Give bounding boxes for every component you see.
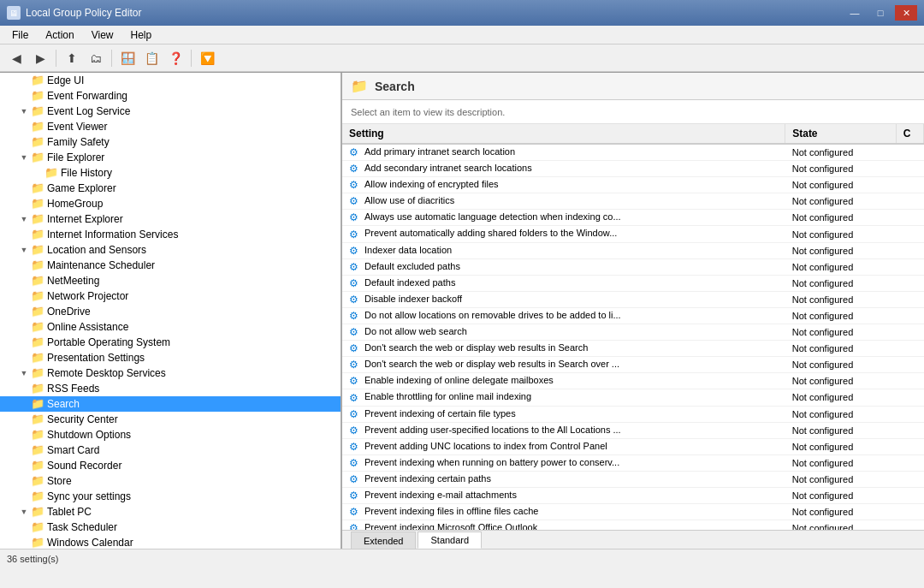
forward-button[interactable]: ▶ [29,47,51,69]
tree-expander-icon[interactable] [17,120,31,134]
menu-action[interactable]: Action [38,26,80,44]
tree-expander-icon[interactable]: ▼ [17,366,31,380]
tree-expander-icon[interactable] [17,397,31,411]
table-row[interactable]: ⚙Prevent adding user-specified locations… [342,422,924,438]
tree-item[interactable]: ▼📁Remote Desktop Services [0,365,341,381]
table-row[interactable]: ⚙Prevent indexing certain pathsNot confi… [342,471,924,487]
tab-extended[interactable]: Extended [351,532,416,549]
tree-expander-icon[interactable]: ▼ [17,212,31,226]
table-row[interactable]: ⚙Enable indexing of online delegate mail… [342,373,924,389]
table-row[interactable]: ⚙Default excluded pathsNot configured [342,258,924,275]
tree-item[interactable]: 📁Event Forwarding [0,88,341,104]
tree-item[interactable]: 📁OneDrive [0,304,341,319]
tree-item[interactable]: 📁Internet Information Services [0,227,341,242]
tree-expander-icon[interactable] [17,382,31,395]
col-header-state[interactable]: State [785,124,896,144]
col-header-c[interactable]: C [896,124,923,144]
tree-item[interactable]: 📁Event Viewer [0,119,341,134]
tree-item[interactable]: 📁Portable Operating System [0,335,341,350]
tree-item[interactable]: 📁Windows Calendar [0,535,341,549]
tree-item[interactable]: ▼📁Event Log Service [0,104,341,119]
tree-expander-icon[interactable] [17,413,31,426]
table-row[interactable]: ⚙Prevent indexing when running on batter… [342,454,924,471]
tree-item[interactable]: 📁Presentation Settings [0,350,341,365]
tree-expander-icon[interactable] [17,520,31,534]
minimize-button[interactable]: — [844,5,866,21]
tree-expander-icon[interactable]: ▼ [17,243,31,257]
tree-expander-icon[interactable] [17,89,31,103]
table-row[interactable]: ⚙Always use automatic language detection… [342,210,924,226]
table-row[interactable]: ⚙Don't search the web or display web res… [342,341,924,357]
table-row[interactable]: ⚙Disable indexer backoffNot configured [342,291,924,307]
tree-item[interactable]: ▼📁File Explorer [0,150,341,165]
table-row[interactable]: ⚙Add primary intranet search locationNot… [342,144,924,161]
tree-item[interactable]: 📁Online Assistance [0,319,341,335]
tree-expander-icon[interactable] [17,443,31,457]
table-row[interactable]: ⚙Prevent indexing files in offline files… [342,504,924,520]
tree-item[interactable]: 📁Edge UI [0,73,341,88]
tree-item[interactable]: 📁Sync your settings [0,489,341,504]
table-row[interactable]: ⚙Allow use of diacriticsNot configured [342,193,924,210]
table-row[interactable]: ⚙Prevent indexing of certain file typesN… [342,406,924,422]
show-hide-button[interactable]: 🗂 [85,47,107,69]
tab-standard[interactable]: Standard [418,532,482,549]
tree-expander-icon[interactable] [17,474,31,488]
properties-button[interactable]: 📋 [140,47,163,69]
table-row[interactable]: ⚙Prevent indexing e-mail attachmentsNot … [342,487,924,503]
tree-expander-icon[interactable] [17,490,31,503]
tree-expander-icon[interactable] [17,459,31,472]
tree-expander-icon[interactable] [17,135,31,149]
tree-item[interactable]: 📁Smart Card [0,442,341,458]
up-button[interactable]: ⬆ [61,47,83,69]
tree-item[interactable]: ▼📁Internet Explorer [0,211,341,227]
tree-expander-icon[interactable] [17,536,31,549]
col-header-setting[interactable]: Setting [342,124,785,144]
maximize-button[interactable]: □ [869,5,891,21]
table-row[interactable]: ⚙Enable throttling for online mail index… [342,389,924,406]
table-row[interactable]: ⚙Do not allow web searchNot configured [342,324,924,341]
tree-item[interactable]: 📁Store [0,473,341,489]
table-row[interactable]: ⚙Prevent automatically adding shared fol… [342,226,924,242]
tree-expander-icon[interactable]: ▼ [17,151,31,164]
tree-expander-icon[interactable] [17,351,31,365]
tree-expander-icon[interactable] [17,274,31,288]
help-button[interactable]: ❓ [164,47,187,69]
table-row[interactable]: ⚙Add secondary intranet search locations… [342,161,924,177]
tree-item[interactable]: 📁Task Scheduler [0,520,341,535]
tree-expander-icon[interactable] [17,197,31,211]
table-row[interactable]: ⚙Prevent indexing Microsoft Office Outlo… [342,520,924,530]
filter-button[interactable]: 🔽 [196,47,218,69]
tree-item[interactable]: 📁Game Explorer [0,181,341,196]
tree-item[interactable]: 📁Shutdown Options [0,427,341,442]
menu-view[interactable]: View [85,26,121,44]
tree-expander-icon[interactable] [17,428,31,442]
table-row[interactable]: ⚙Default indexed pathsNot configured [342,275,924,291]
tree-item[interactable]: 📁Sound Recorder [0,458,341,473]
settings-area[interactable]: Setting State C ⚙Add primary intranet se… [342,124,924,530]
menu-file[interactable]: File [5,26,35,44]
tree-expander-icon[interactable] [17,228,31,241]
tree-item[interactable]: ▼📁Tablet PC [0,504,341,520]
tree-expander-icon[interactable] [17,320,31,334]
table-row[interactable]: ⚙Do not allow locations on removable dri… [342,307,924,324]
tree-item[interactable]: 📁Maintenance Scheduler [0,258,341,273]
tree-item[interactable]: 📁RSS Feeds [0,381,341,396]
menu-help[interactable]: Help [124,26,159,44]
tree-expander-icon[interactable]: ▼ [17,505,31,519]
tree-expander-icon[interactable] [17,258,31,272]
new-window-button[interactable]: 🪟 [116,47,139,69]
tree-expander-icon[interactable]: ▼ [17,104,31,118]
tree-item[interactable]: 📁Search [0,396,341,412]
tree-item[interactable]: 📁NetMeeting [0,273,341,288]
table-row[interactable]: ⚙Don't search the web or display web res… [342,357,924,373]
back-button[interactable]: ◀ [5,47,27,69]
tree-expander-icon[interactable] [17,336,31,349]
tree-expander-icon[interactable] [17,74,31,87]
table-row[interactable]: ⚙Prevent adding UNC locations to index f… [342,438,924,454]
tree-item[interactable]: ▼📁Location and Sensors [0,242,341,258]
tree-item[interactable]: 📁Network Projector [0,288,341,304]
tree-item[interactable]: 📁HomeGroup [0,196,341,211]
tree-item[interactable]: 📁Family Safety [0,134,341,150]
tree-expander-icon[interactable] [31,166,44,180]
tree-expander-icon[interactable] [17,305,31,318]
